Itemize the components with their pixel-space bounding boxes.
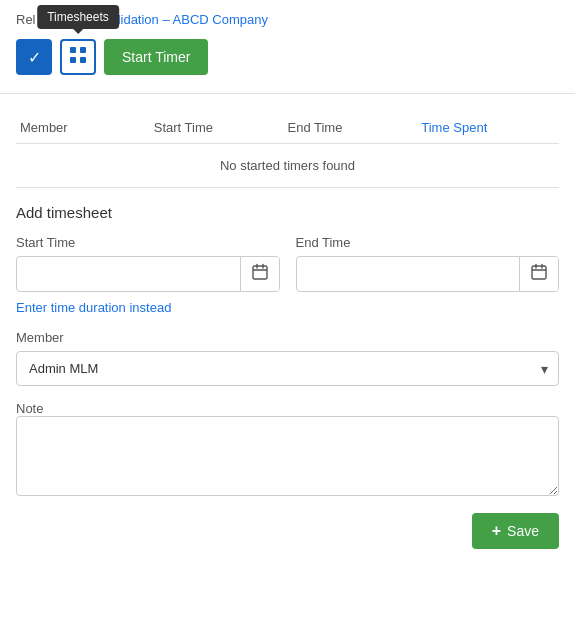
start-time-input-wrapper [16, 256, 280, 292]
member-select[interactable]: Admin MLM Other Member [17, 352, 558, 385]
save-label: Save [507, 523, 539, 539]
calendar-icon-start [251, 263, 269, 285]
header: Rel / Teste de validation – ABCD Company… [0, 0, 575, 85]
note-textarea[interactable] [16, 416, 559, 496]
col-end-time: End Time [288, 120, 422, 135]
start-time-input[interactable] [17, 260, 240, 289]
svg-rect-0 [70, 47, 76, 53]
svg-rect-4 [253, 266, 267, 279]
plus-icon: + [492, 522, 501, 540]
svg-rect-2 [70, 57, 76, 63]
svg-rect-3 [80, 57, 86, 63]
timesheets-tooltip: Timesheets [37, 5, 119, 29]
member-select-wrapper: Admin MLM Other Member ▾ [16, 351, 559, 386]
member-group: Member Admin MLM Other Member ▾ [16, 329, 559, 386]
start-time-label: Start Time [16, 235, 280, 250]
end-time-input[interactable] [297, 260, 520, 289]
start-time-group: Start Time [16, 235, 280, 292]
table-header: Member Start Time End Time Time Spent [16, 112, 559, 144]
form-title: Add timesheet [16, 204, 559, 221]
col-start-time: Start Time [154, 120, 288, 135]
end-time-input-wrapper [296, 256, 560, 292]
note-label: Note [16, 401, 43, 416]
col-time-spent: Time Spent [421, 120, 555, 135]
end-time-group: End Time [296, 235, 560, 292]
calendar-icon-end [530, 263, 548, 285]
note-group: Note [16, 400, 559, 499]
start-time-calendar-button[interactable] [240, 257, 279, 291]
end-time-calendar-button[interactable] [519, 257, 558, 291]
time-duration-link[interactable]: Enter time duration instead [16, 300, 171, 315]
add-timesheet-form: Add timesheet Start Time [16, 204, 559, 549]
end-time-label: End Time [296, 235, 560, 250]
toolbar: ✓ Timesheets Start Timer [16, 39, 559, 75]
timesheets-button[interactable] [60, 39, 96, 75]
member-label: Member [16, 330, 64, 345]
save-button[interactable]: + Save [472, 513, 559, 549]
svg-rect-8 [532, 266, 546, 279]
svg-rect-1 [80, 47, 86, 53]
main-content: Member Start Time End Time Time Spent No… [0, 102, 575, 559]
start-timer-label: Start Timer [122, 49, 190, 65]
start-timer-button[interactable]: Start Timer [104, 39, 208, 75]
save-row: + Save [16, 513, 559, 549]
timesheets-button-container: Timesheets [60, 39, 96, 75]
breadcrumb-rel[interactable]: Rel [16, 12, 36, 27]
timesheets-icon [69, 46, 87, 68]
time-fields-row: Start Time [16, 235, 559, 292]
header-divider [0, 93, 575, 94]
check-icon: ✓ [28, 48, 41, 67]
no-timers-message: No started timers found [16, 144, 559, 188]
col-member: Member [20, 120, 154, 135]
check-button[interactable]: ✓ [16, 39, 52, 75]
